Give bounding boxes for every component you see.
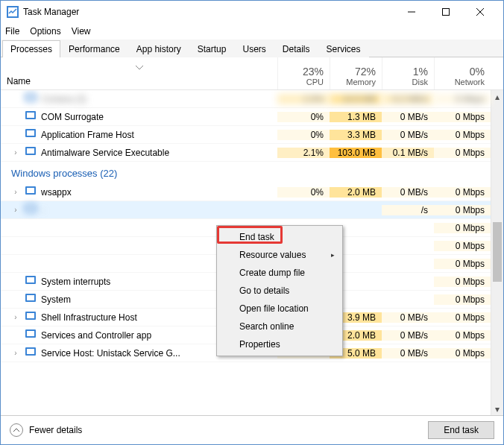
expand-chevron-icon[interactable]: › [11, 349, 20, 357]
scroll-down-icon[interactable]: ▾ [491, 403, 503, 415]
process-row[interactable]: ›-/s0 Mbps [1, 201, 503, 219]
svg-rect-13 [27, 148, 34, 154]
context-menu-item-resource-values[interactable]: Resource values▸ [218, 246, 341, 264]
menu-view[interactable]: View [72, 26, 91, 37]
disk-value: 0 MB/s [382, 348, 434, 359]
tab-details[interactable]: Details [274, 40, 318, 57]
cpu-value: 2.0% [277, 94, 330, 104]
disk-value: 0.2 MB/s [382, 94, 434, 104]
tab-users[interactable]: Users [234, 40, 274, 57]
process-icon [25, 145, 37, 160]
context-menu: End taskResource values▸Create dump file… [216, 225, 343, 356]
column-headers: Name 23%CPU 72%Memory 1%Disk 0%Network [1, 57, 503, 90]
svg-rect-9 [27, 113, 34, 118]
tabs: ProcessesPerformanceApp historyStartupUs… [1, 40, 503, 57]
process-icon [25, 92, 37, 106]
process-name-cell: ›wsappx [1, 185, 277, 199]
memory-value: 2.0 MB [330, 187, 382, 198]
fewer-details-toggle[interactable]: Fewer details [10, 423, 82, 437]
tab-performance[interactable]: Performance [60, 40, 128, 57]
process-row[interactable]: Application Frame Host0%3.3 MB0 MB/s0 Mb… [1, 126, 503, 144]
process-icon [25, 274, 37, 288]
process-name: Service Host: Unistack Service G... [41, 348, 180, 359]
disk-value: 0 MB/s [382, 187, 434, 198]
process-name-cell: Application Frame Host [1, 127, 277, 142]
expand-chevron-icon[interactable]: › [11, 188, 20, 196]
end-task-button[interactable]: End task [428, 421, 494, 439]
svg-rect-25 [27, 277, 34, 283]
process-icon [25, 110, 37, 124]
network-value: 0 Mbps [434, 241, 491, 251]
cpu-value: 0% [277, 187, 330, 198]
column-cpu[interactable]: 23%CPU [277, 57, 330, 89]
svg-rect-27 [27, 295, 34, 300]
vertical-scrollbar[interactable]: ▴ ▾ [491, 90, 503, 415]
context-menu-item-create-dump-file[interactable]: Create dump file [218, 264, 341, 282]
svg-rect-15 [27, 188, 34, 193]
process-name-cell: ›- [1, 203, 277, 217]
svg-rect-7 [27, 95, 34, 100]
process-icon [25, 310, 37, 324]
submenu-arrow-icon: ▸ [331, 251, 335, 259]
expand-chevron-icon[interactable]: › [11, 148, 20, 157]
expand-chevron-icon[interactable]: › [11, 206, 20, 214]
chevron-up-icon [10, 423, 23, 437]
process-icon [25, 346, 37, 360]
network-value: 0 Mbps [434, 294, 491, 305]
scroll-up-icon[interactable]: ▴ [491, 90, 503, 103]
process-row[interactable]: COM Surrogate0%1.3 MB0 MB/s0 Mbps [1, 108, 503, 126]
cpu-value: 2.1% [277, 148, 330, 158]
tab-startup[interactable]: Startup [189, 40, 235, 57]
memory-value: 14.5 MB [330, 94, 382, 104]
network-value: 0 Mbps [434, 148, 491, 158]
network-value: 0 Mbps [434, 223, 491, 233]
network-value: 0 Mbps [434, 94, 491, 104]
menubar: File Options View [1, 23, 503, 40]
process-name: System interrupts [41, 277, 110, 287]
column-name[interactable]: Name [1, 57, 277, 89]
svg-rect-3 [443, 9, 450, 16]
minimize-button[interactable] [394, 1, 429, 23]
process-name: Services and Controller app [41, 330, 151, 341]
process-group-header[interactable]: Windows processes (22) [1, 162, 503, 183]
svg-rect-33 [27, 349, 34, 354]
menu-file[interactable]: File [5, 26, 19, 37]
process-row[interactable]: ›Antimalware Service Executable2.1%103.0… [1, 144, 503, 162]
process-icon [25, 185, 37, 199]
disk-value: 0.1 MB/s [382, 148, 434, 158]
expand-chevron-icon[interactable]: › [11, 313, 20, 321]
disk-value: /s [382, 205, 434, 215]
process-row[interactable]: ›wsappx0%2.0 MB0 MB/s0 Mbps [1, 183, 503, 201]
context-menu-item-properties[interactable]: Properties [218, 335, 341, 353]
process-row[interactable]: Cortana (3)2.0%14.5 MB0.2 MB/s0 Mbps [1, 90, 503, 108]
svg-rect-31 [27, 331, 34, 336]
titlebar[interactable]: Task Manager [1, 1, 503, 23]
process-icon [25, 203, 37, 217]
cpu-value: 0% [277, 112, 330, 122]
menu-options[interactable]: Options [30, 26, 60, 37]
tab-services[interactable]: Services [318, 40, 369, 57]
svg-rect-17 [27, 206, 34, 211]
network-value: 0 Mbps [434, 187, 491, 198]
context-menu-item-end-task[interactable]: End task [218, 228, 341, 246]
disk-value: 0 MB/s [382, 130, 434, 140]
context-menu-item-search-online[interactable]: Search online [218, 318, 341, 335]
network-value: 0 Mbps [434, 112, 491, 122]
sort-chevron-icon [136, 62, 143, 72]
column-network[interactable]: 0%Network [434, 57, 491, 89]
column-memory[interactable]: 72%Memory [330, 57, 382, 89]
close-button[interactable] [463, 1, 497, 23]
column-disk[interactable]: 1%Disk [382, 57, 434, 89]
disk-value: 0 MB/s [382, 112, 434, 122]
network-value: 0 Mbps [434, 259, 491, 269]
process-name: wsappx [41, 187, 72, 198]
tab-app-history[interactable]: App history [128, 40, 189, 57]
maximize-button[interactable] [429, 1, 463, 23]
context-menu-item-go-to-details[interactable]: Go to details [218, 282, 341, 300]
process-name-cell: COM Surrogate [1, 110, 277, 124]
tab-processes[interactable]: Processes [2, 40, 60, 57]
context-menu-item-open-file-location[interactable]: Open file location [218, 300, 341, 318]
process-icon [25, 127, 37, 142]
scroll-thumb[interactable] [493, 222, 502, 282]
memory-value: 1.3 MB [330, 112, 382, 122]
